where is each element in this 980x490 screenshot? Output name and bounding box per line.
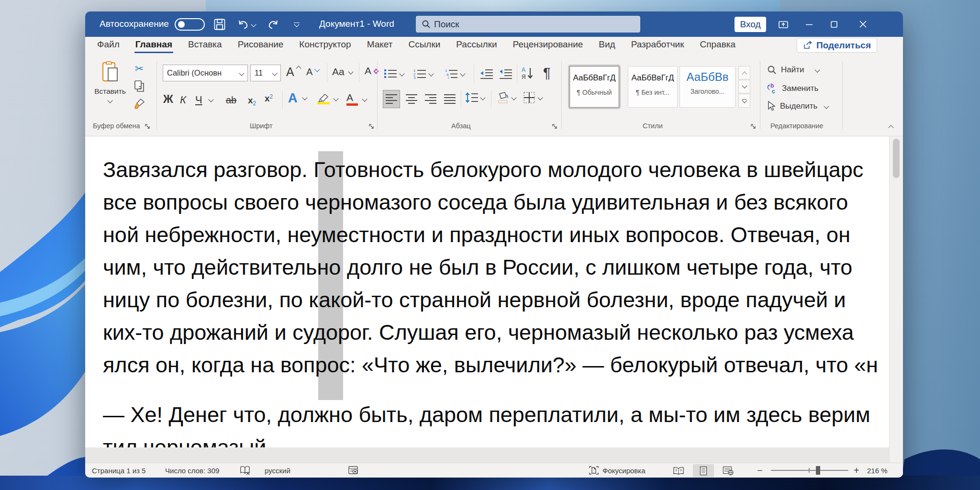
paste-button[interactable]: Вставить (92, 60, 128, 117)
sign-in-button[interactable]: Вход (735, 17, 766, 32)
collapse-ribbon-button[interactable] (883, 120, 899, 132)
language-indicator[interactable]: русский (265, 463, 290, 478)
clipboard-dialog-launcher[interactable] (145, 123, 151, 130)
tab-insert[interactable]: Вставка (188, 37, 222, 53)
search-input[interactable] (434, 19, 592, 30)
justify-button[interactable] (442, 92, 458, 106)
styles-scroll-down-button[interactable] (738, 80, 750, 93)
show-marks-button[interactable]: ¶ (543, 65, 551, 81)
tab-mailings[interactable]: Рассылки (456, 37, 497, 53)
document-line: Завязался разговор. Готовность белокурог… (103, 154, 889, 186)
search-box[interactable] (416, 16, 640, 33)
document-area[interactable]: Завязался разговор. Готовность белокурог… (85, 136, 889, 463)
read-mode-button[interactable] (668, 464, 689, 477)
share-button[interactable]: Поделиться (797, 38, 877, 53)
minimize-button[interactable] (797, 11, 821, 37)
close-button[interactable] (848, 11, 878, 37)
increase-indent-button[interactable] (499, 68, 513, 79)
proofing-status-button[interactable] (240, 463, 251, 478)
line-spacing-button[interactable] (465, 92, 485, 103)
tab-file[interactable]: Файл (97, 37, 120, 53)
replace-button[interactable]: b c Заменить (766, 83, 818, 94)
word-count[interactable]: Число слов: 309 (165, 463, 219, 478)
align-center-button[interactable] (403, 92, 420, 106)
superscript-button[interactable]: x2 (265, 93, 273, 104)
sort-button[interactable]: А Я (521, 66, 534, 80)
cut-button[interactable]: ✂ (131, 62, 147, 76)
align-right-icon (424, 94, 437, 104)
style-card-heading[interactable]: АаБбВв Заголово... (679, 66, 735, 108)
small-separator (282, 91, 283, 109)
italic-button[interactable]: К (180, 94, 186, 106)
maximize-button[interactable] (822, 11, 846, 37)
print-layout-icon (700, 466, 707, 476)
zoom-slider-track[interactable] (771, 470, 848, 471)
zoom-slider-thumb[interactable] (816, 466, 820, 475)
print-layout-button[interactable] (693, 464, 714, 477)
borders-button[interactable] (523, 91, 542, 104)
align-left-button-selected[interactable] (383, 90, 400, 108)
strikethrough-button[interactable]: ab (226, 95, 236, 106)
tab-design[interactable]: Конструктор (299, 37, 351, 53)
style-card-no-spacing[interactable]: АаБбВвГгД ¶ Без инт... (628, 66, 678, 108)
undo-button[interactable] (236, 18, 257, 31)
find-button[interactable]: Найти (767, 65, 819, 75)
text-effects-button[interactable]: А (288, 91, 307, 106)
zoom-percentage[interactable]: 216 % (867, 463, 888, 478)
align-left-icon (385, 94, 398, 104)
grow-font-button[interactable]: А (286, 65, 300, 79)
vertical-scrollbar[interactable] (889, 136, 903, 463)
paragraph-dialog-launcher[interactable] (552, 123, 558, 130)
save-button[interactable] (212, 18, 227, 31)
shading-chevron-icon (511, 95, 516, 100)
decrease-indent-button[interactable] (479, 68, 494, 79)
bullets-button[interactable] (383, 68, 404, 79)
shading-button[interactable] (496, 91, 516, 104)
tab-developer[interactable]: Разработчик (631, 37, 684, 53)
highlight-button[interactable] (316, 93, 338, 106)
tab-review[interactable]: Рецензирование (513, 37, 583, 53)
clear-formatting-button[interactable]: А (365, 65, 378, 77)
style-sample: АаБбВв (680, 70, 735, 84)
web-layout-button[interactable] (718, 464, 739, 477)
font-size-combo[interactable]: 11 (250, 65, 281, 81)
font-size-chevron-icon (272, 70, 277, 76)
change-case-button[interactable]: Aa (332, 66, 353, 78)
tab-layout[interactable]: Макет (367, 37, 393, 53)
autosave-toggle[interactable] (175, 18, 205, 31)
tab-help[interactable]: Справка (700, 37, 736, 53)
paragraph-1: Завязался разговор. Готовность белокурог… (103, 154, 889, 381)
macro-recording-button[interactable] (348, 463, 359, 478)
zoom-in-button[interactable]: + (854, 463, 859, 478)
page-indicator[interactable]: Страница 1 из 5 (92, 463, 145, 478)
underline-button[interactable]: Ч (195, 94, 213, 106)
font-name-combo[interactable]: Calibri (Основн (163, 65, 248, 81)
tab-references[interactable]: Ссылки (408, 37, 440, 53)
redo-button[interactable] (266, 18, 280, 31)
bold-button[interactable]: Ж (163, 93, 173, 106)
font-dialog-launcher[interactable] (368, 123, 375, 130)
subscript-button[interactable]: x2 (248, 95, 256, 107)
document-page[interactable]: Завязался разговор. Готовность белокурог… (85, 136, 889, 447)
font-color-button[interactable]: А (346, 92, 358, 106)
tab-draw[interactable]: Рисование (238, 37, 284, 53)
numbering-button[interactable]: 1 2 3 (412, 68, 433, 79)
focus-mode-button[interactable]: Фокусировка (589, 463, 646, 478)
tab-home[interactable]: Главная (135, 37, 172, 53)
format-painter-button[interactable] (131, 97, 147, 111)
customize-quick-access-button[interactable] (290, 18, 303, 31)
multilevel-list-button[interactable]: 1 a i (444, 68, 465, 79)
shrink-font-button[interactable]: А (306, 67, 319, 78)
align-right-button[interactable] (423, 92, 439, 106)
copy-button[interactable] (131, 79, 147, 93)
ribbon-display-options-button[interactable] (771, 11, 795, 37)
select-button[interactable]: Выделить (767, 101, 828, 111)
scrollbar-thumb[interactable] (893, 139, 900, 178)
zoom-out-button[interactable]: − (757, 463, 763, 478)
tab-view[interactable]: Вид (599, 37, 615, 53)
style-name: ¶ Обычный (570, 89, 619, 96)
styles-gallery-more-button[interactable] (738, 94, 750, 108)
styles-scroll-up-button[interactable] (738, 66, 750, 79)
style-card-normal[interactable]: АаБбВвГгД ¶ Обычный (569, 66, 619, 108)
styles-dialog-launcher[interactable] (750, 123, 757, 130)
